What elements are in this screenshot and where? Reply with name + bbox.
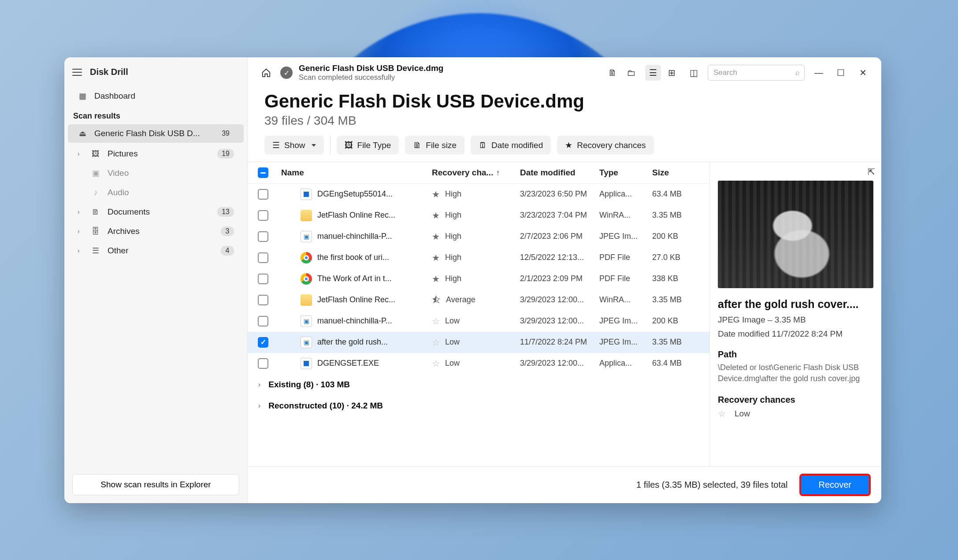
hamburger-icon[interactable] (72, 67, 82, 77)
sidebar-item-archives[interactable]: ›🗄Archives3 (68, 222, 244, 241)
row-checkbox[interactable] (258, 358, 268, 369)
chip-file-type[interactable]: 🖼File Type (337, 136, 399, 155)
file-icon (301, 294, 312, 306)
chip-show[interactable]: ☰Show (264, 136, 324, 155)
row-checkbox[interactable] (258, 231, 268, 242)
archive-icon: 🗄 (91, 226, 100, 236)
sidebar-item-video[interactable]: ▣Video (68, 164, 244, 182)
dashboard-label: Dashboard (94, 91, 135, 101)
recovery-chance: Low (445, 359, 460, 368)
row-checkbox[interactable] (258, 337, 268, 348)
audio-icon: ♪ (91, 188, 100, 197)
file-size: 200 KB (652, 316, 709, 326)
table-row[interactable]: manuel-chinchilla-P...☆Low3/29/2023 12:0… (248, 311, 709, 332)
file-type: JPEG Im... (599, 337, 652, 347)
chevron-right-icon: › (78, 150, 84, 157)
recovery-chance: Low (445, 337, 460, 347)
sidebar-item-pictures[interactable]: ›🖼Pictures19 (68, 145, 244, 163)
document-icon: 🗎 (91, 207, 100, 217)
file-table: Name Recovery cha... Date modified Type … (248, 162, 709, 466)
group-reconstructed[interactable]: › Reconstructed (10) · 24.2 MB (248, 395, 709, 416)
sidebar-item-label: Other (108, 246, 129, 256)
count-badge: 3 (221, 226, 234, 236)
sidebar-item-label: Pictures (108, 149, 138, 159)
star-icon: ☆ (432, 358, 440, 369)
col-name[interactable]: Name (278, 168, 432, 178)
table-header: Name Recovery cha... Date modified Type … (248, 162, 709, 184)
file-size: 200 KB (652, 232, 709, 241)
search-input[interactable]: Search ⌕ (708, 65, 805, 81)
file-name: after the gold rush... (317, 337, 388, 347)
preview-thumbnail (718, 181, 873, 288)
sidebar-item-dashboard[interactable]: ▦ Dashboard (68, 87, 244, 105)
chip-recovery-chances[interactable]: ★Recovery chances (557, 136, 654, 155)
col-type[interactable]: Type (599, 168, 652, 178)
star-icon: ★ (432, 189, 440, 200)
table-row[interactable]: manuel-chinchilla-P...★High2/7/2023 2:06… (248, 226, 709, 247)
star-icon: ★ (565, 140, 572, 150)
star-icon: ☆ (432, 337, 440, 348)
folder-icon[interactable]: 🗀 (623, 65, 639, 81)
table-row[interactable]: DGEngSetup55014...★High3/23/2023 6:50 PM… (248, 184, 709, 205)
sidebar-item-audio[interactable]: ♪Audio (68, 183, 244, 202)
recovery-chance: High (445, 253, 461, 262)
sidebar-item-other[interactable]: ›☰Other4 (68, 241, 244, 260)
sidebar-item-drive[interactable]: ⏏ Generic Flash Disk USB D... 39 (68, 124, 244, 143)
file-size: 3.35 MB (652, 211, 709, 220)
preview-chances-value: Low (735, 409, 750, 419)
preview-toggle-icon[interactable]: ◫ (686, 65, 702, 81)
preview-chances-label: Recovery chances (718, 395, 873, 405)
row-checkbox[interactable] (258, 274, 268, 284)
table-row[interactable]: JetFlash Online Rec...⯪Average3/29/2023 … (248, 289, 709, 311)
file-size: 3.35 MB (652, 337, 709, 347)
sidebar-item-documents[interactable]: ›🗎Documents13 (68, 203, 244, 221)
file-name: DGEngSetup55014... (317, 189, 393, 199)
file-name: manuel-chinchilla-P... (317, 232, 392, 241)
col-date[interactable]: Date modified (520, 168, 599, 178)
file-name: DGENGSET.EXE (317, 359, 379, 368)
home-icon[interactable] (258, 65, 274, 81)
grid-view-icon[interactable]: ⊞ (664, 65, 680, 81)
preview-panel: ⇱ after the gold rush cover.... JPEG Ima… (709, 162, 881, 466)
col-size[interactable]: Size (652, 168, 709, 178)
list-view-icon[interactable]: ☰ (645, 65, 661, 81)
row-checkbox[interactable] (258, 295, 268, 305)
drive-badge: 39 (217, 129, 234, 138)
table-row[interactable]: the first book of uri...★High12/5/2022 1… (248, 247, 709, 268)
close-button[interactable]: ✕ (855, 65, 871, 81)
minimize-button[interactable]: — (811, 65, 827, 81)
date-modified: 11/7/2022 8:24 PM (520, 337, 599, 347)
row-checkbox[interactable] (258, 316, 268, 326)
count-badge: 13 (217, 207, 234, 217)
filter-bar: ☰Show 🖼File Type 🗎File size 🗓Date modifi… (248, 136, 881, 162)
show-in-explorer-button[interactable]: Show scan results in Explorer (72, 474, 239, 495)
table-row[interactable]: JetFlash Online Rec...★High3/23/2023 7:0… (248, 205, 709, 226)
sidebar-item-label: Archives (108, 226, 140, 236)
topbar-title: Generic Flash Disk USB Device.dmg (299, 63, 443, 73)
group-existing[interactable]: › Existing (8) · 103 MB (248, 374, 709, 395)
star-icon: ★ (432, 252, 440, 263)
file-size: 63.4 MB (652, 189, 709, 199)
row-checkbox[interactable] (258, 252, 268, 263)
calendar-icon: 🗓 (479, 141, 487, 150)
col-recovery[interactable]: Recovery cha... (432, 168, 520, 178)
table-row[interactable]: DGENGSET.EXE☆Low3/29/2023 12:00...Applic… (248, 353, 709, 374)
file-type: PDF File (599, 274, 652, 283)
select-all-checkbox[interactable] (258, 167, 268, 178)
date-modified: 3/23/2023 7:04 PM (520, 211, 599, 220)
table-row[interactable]: The Work of Art in t...★High2/1/2023 2:0… (248, 268, 709, 289)
file-type: PDF File (599, 253, 652, 262)
row-checkbox[interactable] (258, 210, 268, 221)
date-modified: 2/1/2023 2:09 PM (520, 274, 599, 283)
table-row[interactable]: after the gold rush...☆Low11/7/2022 8:24… (248, 332, 709, 353)
chip-date-modified[interactable]: 🗓Date modified (471, 136, 551, 155)
recover-button[interactable]: Recover (800, 475, 870, 495)
file-name: manuel-chinchilla-P... (317, 316, 392, 326)
recovery-chance: High (445, 232, 461, 241)
maximize-button[interactable]: ☐ (833, 65, 849, 81)
chip-file-size[interactable]: 🗎File size (405, 136, 464, 155)
file-icon[interactable]: 🗎 (605, 65, 620, 81)
row-checkbox[interactable] (258, 189, 268, 200)
popout-icon[interactable]: ⇱ (868, 167, 875, 177)
sidebar: Disk Drill ▦ Dashboard Scan results ⏏ Ge… (64, 57, 248, 503)
